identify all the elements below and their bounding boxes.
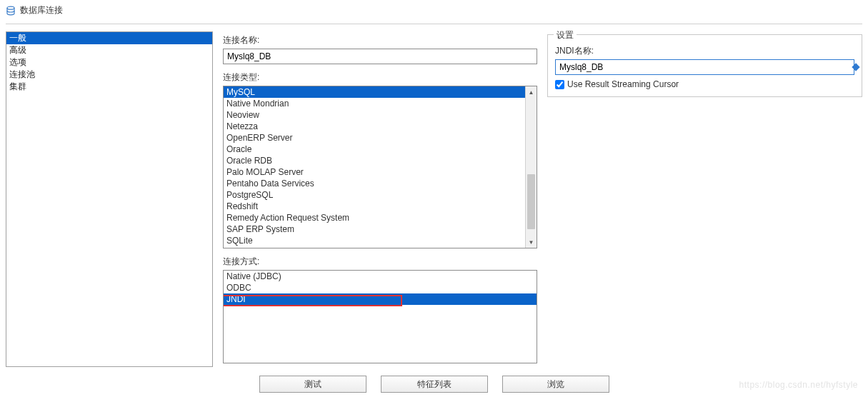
list-item[interactable]: Netezza [224, 121, 537, 132]
conn-name-label: 连接名称: [223, 34, 537, 46]
feature-list-button[interactable]: 特征列表 [381, 376, 488, 393]
main-area: 一般 高级 选项 连接池 集群 连接名称: 连接类型: MySQL Native… [0, 31, 868, 367]
jndi-name-label: JNDI名称: [555, 45, 854, 57]
jndi-name-input[interactable] [555, 59, 854, 75]
list-item[interactable]: OpenERP Server [224, 132, 537, 144]
list-item[interactable]: Native Mondrian [224, 98, 537, 109]
sidebar-item-pooling[interactable]: 连接池 [6, 69, 212, 81]
list-item[interactable]: SQLite [224, 235, 537, 246]
sidebar: 一般 高级 选项 连接池 集群 [6, 31, 213, 367]
conn-type-listbox[interactable]: MySQL Native Mondrian Neoview Netezza Op… [223, 86, 537, 248]
list-item[interactable]: Oracle [224, 144, 537, 155]
right-column: 设置 JNDI名称: Use Result Streaming Cursor [547, 31, 862, 367]
database-icon [6, 6, 16, 16]
sidebar-item-options[interactable]: 选项 [6, 56, 212, 69]
list-item[interactable]: Oracle RDB [224, 155, 537, 166]
settings-fieldset: 设置 JNDI名称: Use Result Streaming Cursor [547, 34, 862, 97]
title-bar: 数据库连接 [0, 0, 868, 21]
sidebar-item-cluster[interactable]: 集群 [6, 81, 212, 93]
conn-method-listbox[interactable]: Native (JDBC) ODBC JNDI [223, 270, 537, 363]
center-column: 连接名称: 连接类型: MySQL Native Mondrian Neovie… [223, 31, 537, 367]
settings-legend: 设置 [554, 29, 577, 41]
list-item[interactable]: Palo MOLAP Server [224, 166, 537, 178]
streaming-cursor-checkbox[interactable] [555, 80, 564, 89]
svg-point-0 [7, 6, 14, 9]
window-title: 数据库连接 [20, 4, 63, 16]
test-button[interactable]: 测试 [259, 376, 366, 393]
conn-name-input[interactable] [223, 49, 537, 64]
scrollbar[interactable]: ▲ ▼ [525, 86, 537, 248]
conn-type-label: 连接类型: [223, 71, 537, 84]
bottom-button-bar: 测试 特征列表 浏览 [0, 371, 868, 393]
scroll-thumb[interactable] [527, 174, 535, 230]
list-item[interactable]: Remedy Action Request System [224, 212, 537, 223]
scroll-down-icon[interactable]: ▼ [526, 236, 537, 248]
sidebar-item-advanced[interactable]: 高级 [6, 44, 212, 56]
list-item[interactable]: Redshift [224, 201, 537, 212]
list-item[interactable]: MySQL [224, 86, 537, 98]
streaming-cursor-label: Use Result Streaming Cursor [567, 79, 679, 89]
list-item[interactable]: ODBC [224, 282, 537, 293]
header-divider [6, 24, 862, 24]
streaming-cursor-checkbox-row[interactable]: Use Result Streaming Cursor [555, 79, 854, 89]
browse-button[interactable]: 浏览 [502, 376, 609, 393]
list-item[interactable]: SAP ERP System [224, 223, 537, 235]
list-item[interactable]: Pentaho Data Services [224, 178, 537, 189]
conn-method-label: 连接方式: [223, 256, 537, 268]
list-item[interactable]: JNDI [224, 293, 537, 305]
sidebar-item-general[interactable]: 一般 [6, 32, 212, 44]
scroll-track[interactable] [526, 98, 537, 236]
list-item[interactable]: Neoview [224, 109, 537, 121]
scroll-up-icon[interactable]: ▲ [526, 86, 537, 98]
list-item[interactable]: Native (JDBC) [224, 271, 537, 282]
list-item[interactable]: PostgreSQL [224, 189, 537, 201]
